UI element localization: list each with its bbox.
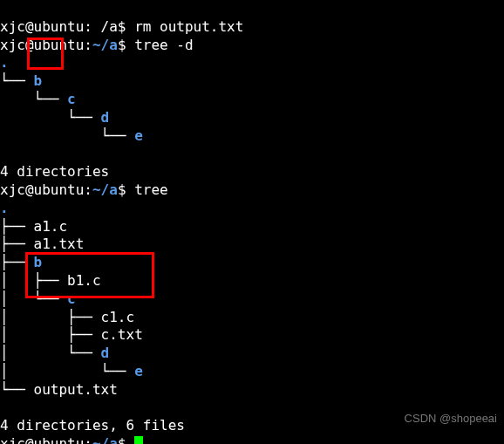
dir-e: e	[134, 363, 143, 379]
file-b1c: b1.c	[67, 272, 101, 289]
command-text: tree -d	[134, 37, 193, 53]
tree-branch: │	[0, 345, 34, 361]
prompt-user: xjc@ubuntu:	[0, 435, 92, 444]
dir-d: d	[101, 345, 110, 361]
command-text: tree	[134, 181, 168, 198]
tree-branch	[0, 109, 34, 126]
watermark: CSDN @shopeeai	[405, 412, 497, 427]
dir-c: c	[67, 290, 76, 307]
dir-d: d	[101, 109, 110, 126]
cursor[interactable]	[134, 436, 143, 444]
dir-b: b	[34, 72, 43, 89]
terminal-output[interactable]: xjc@ubuntu: /a$ rm output.txt xjc@ubuntu…	[0, 0, 504, 444]
tree-summary: 4 directories, 6 files	[0, 417, 185, 434]
tree-branch: │	[0, 309, 34, 325]
tree-branch: │	[0, 363, 34, 379]
tree-branch: ├──	[0, 254, 34, 270]
prompt-user: xjc@ubuntu:	[0, 181, 92, 198]
tree-branch: │	[0, 326, 34, 343]
prompt-symbol: $	[118, 435, 134, 444]
tree-branch: └──	[0, 381, 34, 398]
dir-b: b	[34, 254, 43, 270]
prompt-user: xjc@ubuntu:	[0, 37, 92, 53]
prompt-path: ~/a	[92, 435, 118, 444]
dir-e: e	[134, 127, 143, 144]
tree-branch	[0, 127, 34, 144]
file-c1c: c1.c	[101, 309, 135, 325]
prompt-path: ~/a	[92, 181, 118, 198]
truncated-line: xjc@ubuntu: /a$ rm output.txt	[0, 18, 243, 35]
prompt-path: ~/a	[92, 37, 118, 53]
tree-branch: │	[0, 290, 34, 307]
tree-root: .	[0, 200, 9, 216]
file-ctxt: c.txt	[101, 326, 143, 343]
file-a1c: a1.c	[34, 218, 68, 235]
file-output: output.txt	[34, 381, 118, 398]
dir-c: c	[67, 91, 76, 107]
tree-branch: ├──	[0, 236, 34, 252]
tree-branch: │	[0, 272, 34, 289]
tree-summary: 4 directories	[0, 163, 109, 180]
prompt-symbol: $	[118, 37, 134, 53]
prompt-symbol: $	[118, 181, 134, 198]
tree-root: .	[0, 54, 9, 71]
file-a1txt: a1.txt	[34, 236, 85, 252]
tree-branch	[0, 91, 34, 107]
tree-branch: └──	[0, 72, 34, 89]
tree-branch: ├──	[0, 218, 34, 235]
